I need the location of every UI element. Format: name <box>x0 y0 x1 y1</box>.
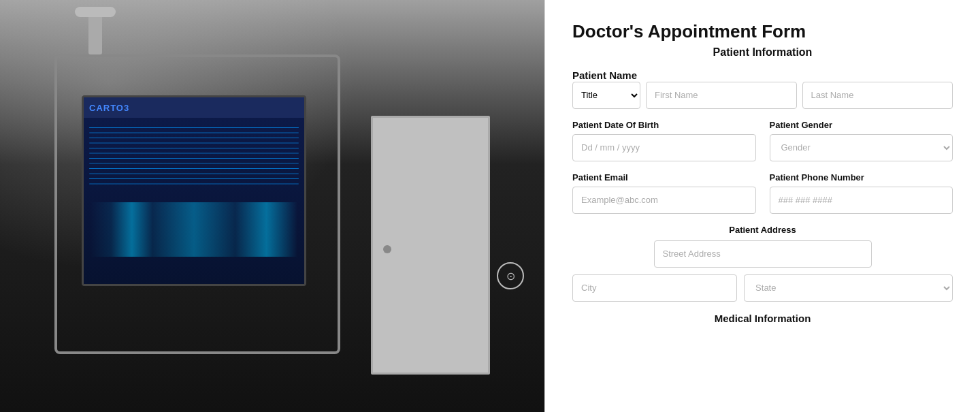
patient-name-group: Patient Name Title Mr. Mrs. Ms. Dr. <box>572 69 953 109</box>
email-col: Patient Email <box>572 172 756 214</box>
gender-col: Patient Gender Gender Male Female Other … <box>770 120 953 161</box>
email-phone-row: Patient Email Patient Phone Number <box>572 172 953 214</box>
hero-image: CARTO3 ⊙ <box>0 0 544 412</box>
email-label: Patient Email <box>572 172 756 183</box>
form-panel: Doctor's Appointment Form Patient Inform… <box>544 0 980 412</box>
name-row: Title Mr. Mrs. Ms. Dr. <box>572 82 953 109</box>
city-state-row: State Alabama Alaska Arizona Arkansas Ca… <box>572 274 953 302</box>
dob-gender-row: Patient Date Of Birth Patient Gender Gen… <box>572 120 953 161</box>
title-select[interactable]: Title Mr. Mrs. Ms. Dr. <box>572 82 640 109</box>
address-label: Patient Address <box>572 225 953 235</box>
email-input[interactable] <box>572 187 756 214</box>
dob-col: Patient Date Of Birth <box>572 120 756 161</box>
medical-info-heading: Medical Information <box>572 313 953 324</box>
gender-select[interactable]: Gender Male Female Other Prefer not to s… <box>770 134 953 161</box>
phone-input[interactable] <box>770 187 953 214</box>
dob-input[interactable] <box>572 134 756 161</box>
street-input[interactable] <box>654 240 872 268</box>
first-name-input[interactable] <box>646 82 797 109</box>
gender-label: Patient Gender <box>770 120 953 130</box>
scan-icon: ⊙ <box>497 262 524 289</box>
city-input[interactable] <box>572 274 737 302</box>
state-select[interactable]: State Alabama Alaska Arizona Arkansas Ca… <box>744 274 953 302</box>
patient-name-label: Patient Name <box>572 69 637 81</box>
phone-col: Patient Phone Number <box>770 172 953 214</box>
patient-info-heading: Patient Information <box>572 46 953 59</box>
address-section: Patient Address State Alabama Alaska Ari… <box>572 225 953 302</box>
last-name-input[interactable] <box>802 82 953 109</box>
dob-label: Patient Date Of Birth <box>572 120 756 130</box>
form-title: Doctor's Appointment Form <box>572 20 953 44</box>
phone-label: Patient Phone Number <box>770 172 953 183</box>
